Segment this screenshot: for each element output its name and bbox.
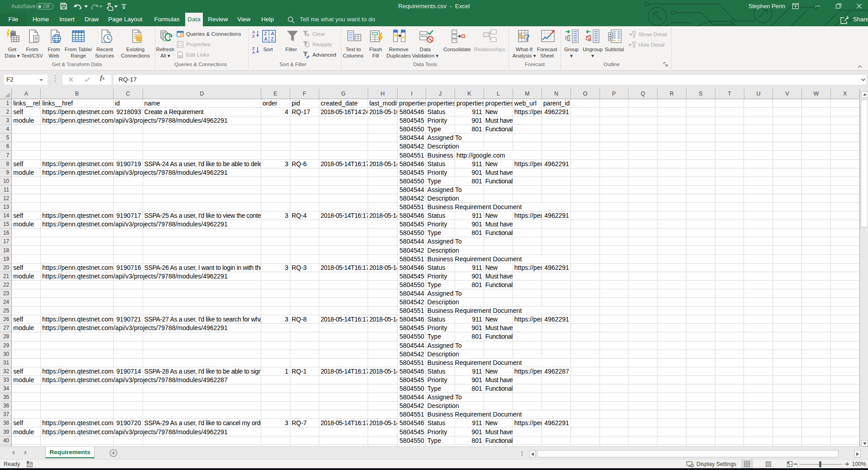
svg-text:?: ? [525, 32, 530, 43]
svg-text:Z: Z [252, 34, 255, 38]
svg-text:A: A [271, 31, 274, 36]
svg-text:Z: Z [264, 31, 267, 36]
svg-text:Z: Z [271, 36, 274, 42]
svg-text:A: A [264, 36, 268, 42]
